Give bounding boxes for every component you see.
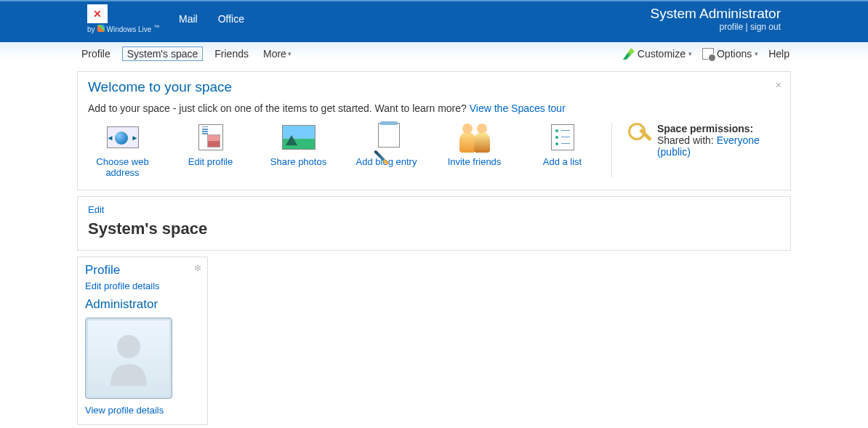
svg-point-0 [117, 335, 140, 358]
nav-space[interactable]: System's space [122, 47, 204, 61]
profile-link[interactable]: profile [719, 22, 743, 32]
nav-customize-label: Customize [638, 48, 686, 60]
header-links: Mail Office [179, 13, 244, 25]
gear-icon[interactable]: ✻ [194, 263, 201, 273]
nav-options-label: Options [717, 48, 752, 60]
permissions-heading: Space permissions: [657, 123, 780, 134]
logo-block: ✕ by Windows Live™ [87, 4, 159, 33]
nav-band: Profile System's space Friends More▾ Cus… [0, 42, 868, 65]
spaces-tour-link[interactable]: View the Spaces tour [470, 102, 566, 114]
nav-help[interactable]: Help [768, 48, 789, 60]
user-sep: | [743, 22, 750, 32]
edit-profile-details-link[interactable]: Edit profile details [85, 280, 200, 291]
byline-tm: ™ [153, 24, 159, 31]
chevron-down-icon: ▾ [688, 50, 692, 57]
tile-invite-friends[interactable]: Invite friends [440, 123, 509, 178]
permissions-block: Space permissions: Shared with: Everyone… [619, 123, 780, 158]
tile-add-list-label: Add a list [528, 156, 597, 167]
header-bar: ✕ by Windows Live™ Mail Office System Ad… [0, 0, 868, 42]
welcome-intro-text: Add to your space - just click on one of… [88, 102, 470, 114]
nav-customize[interactable]: Customize ▾ [623, 48, 692, 60]
welcome-panel: × Welcome to your space Add to your spac… [77, 71, 791, 190]
welcome-title: Welcome to your space [88, 79, 780, 95]
signout-link[interactable]: sign out [750, 22, 781, 32]
photo-icon [282, 125, 316, 150]
person-icon [103, 329, 154, 387]
globe-icon: ◄► [107, 126, 139, 148]
edit-space-link[interactable]: Edit [88, 204, 104, 215]
tile-edit-profile[interactable]: Edit profile [176, 123, 245, 178]
tile-share-photos-label: Share photos [264, 156, 333, 167]
tile-invite-friends-label: Invite friends [440, 156, 509, 167]
brush-icon [623, 48, 635, 60]
options-icon [702, 48, 714, 60]
nav-help-label: Help [768, 48, 789, 60]
tile-edit-profile-label: Edit profile [176, 156, 245, 167]
people-icon [458, 122, 491, 153]
profile-card-icon [198, 124, 223, 150]
byline: by Windows Live™ [87, 25, 159, 33]
tile-add-list[interactable]: Add a list [528, 123, 597, 178]
notepad-icon [374, 123, 400, 152]
list-icon [551, 124, 574, 150]
tile-share-photos[interactable]: Share photos [264, 123, 333, 178]
permissions-shared-label: Shared with: [657, 134, 717, 146]
welcome-tiles: ◄► Choose web address Edit profile Share… [88, 123, 612, 178]
space-title: System's space [88, 219, 780, 238]
profile-card-username: Administrator [85, 297, 200, 312]
profile-card: ✻ Profile Edit profile details Administr… [77, 257, 208, 425]
byline-brand: Windows Live [107, 25, 152, 33]
nav-more-label: More [263, 48, 286, 60]
user-name: System Administrator [651, 6, 781, 22]
tile-add-blog[interactable]: Add blog entry [352, 123, 421, 178]
mail-link[interactable]: Mail [179, 13, 198, 25]
welcome-intro: Add to your space - just click on one of… [88, 102, 780, 114]
chevron-down-icon: ▾ [288, 50, 292, 57]
chevron-down-icon: ▾ [755, 50, 758, 57]
header-user: System Administrator profile | sign out [651, 6, 781, 32]
windows-live-icon [97, 25, 105, 32]
office-link[interactable]: Office [218, 13, 244, 25]
key-icon [628, 123, 651, 149]
nav-options[interactable]: Options ▾ [702, 48, 758, 60]
view-profile-details-link[interactable]: View profile details [85, 405, 200, 416]
main-area: × Welcome to your space Add to your spac… [0, 65, 868, 428]
close-icon[interactable]: × [776, 79, 781, 91]
nav-friends[interactable]: Friends [212, 47, 252, 61]
avatar-image [85, 318, 172, 399]
byline-by: by [87, 25, 95, 33]
nav-more[interactable]: More▾ [260, 47, 294, 61]
nav-profile[interactable]: Profile [79, 47, 113, 61]
profile-card-heading[interactable]: Profile [85, 263, 120, 277]
tile-choose-web-label: Choose web address [88, 156, 157, 178]
broken-image-icon: ✕ [87, 4, 108, 23]
tile-choose-web[interactable]: ◄► Choose web address [88, 123, 157, 178]
space-title-panel: Edit System's space [77, 196, 791, 251]
